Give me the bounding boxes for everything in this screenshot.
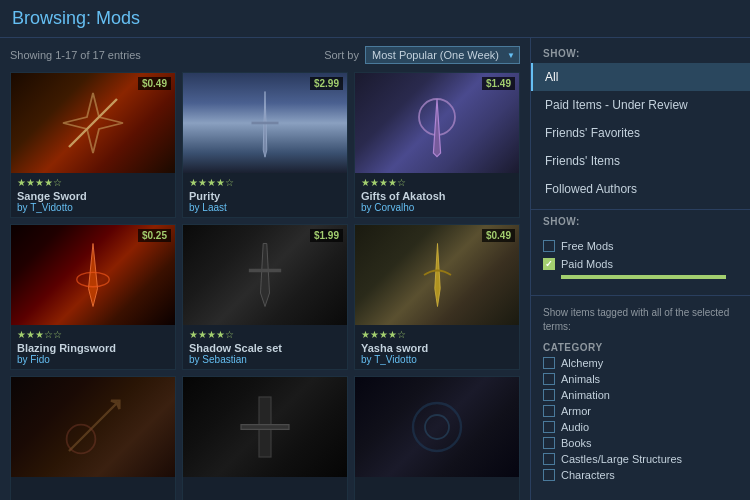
category-checkbox[interactable] bbox=[543, 389, 555, 401]
mod-card-bottom2[interactable] bbox=[182, 376, 348, 500]
mod-thumb: $1.49 bbox=[355, 73, 519, 173]
mod-name: Shadow Scale set bbox=[189, 342, 341, 354]
sort-wrapper: Most Popular (One Week) Most Popular (Al… bbox=[365, 46, 520, 64]
price-badge: $1.49 bbox=[482, 77, 515, 90]
category-checkbox[interactable] bbox=[543, 453, 555, 465]
mod-info: ★★★★☆ Shadow Scale set by Sebastian bbox=[183, 325, 347, 369]
mod-artwork bbox=[27, 387, 158, 467]
category-label-text: Armor bbox=[561, 405, 591, 417]
svg-point-9 bbox=[425, 415, 449, 439]
mod-author: by Corvalho bbox=[361, 202, 513, 213]
filter-all[interactable]: All bbox=[531, 63, 750, 91]
mod-artwork bbox=[27, 83, 158, 163]
mod-thumb bbox=[11, 377, 175, 477]
mod-stars: ★★★☆☆ bbox=[17, 329, 169, 340]
mod-artwork bbox=[199, 83, 330, 163]
category-item-animals[interactable]: Animals bbox=[531, 371, 750, 387]
mods-grid: $0.49 ★★★★☆ Sange Sword by T_Vidotto $2.… bbox=[10, 72, 520, 500]
mod-artwork bbox=[199, 387, 330, 467]
mod-thumb: $1.99 bbox=[183, 225, 347, 325]
mod-artwork bbox=[371, 83, 502, 163]
mod-author: by Sebastian bbox=[189, 354, 341, 365]
page-title: Browsing: Mods bbox=[12, 8, 140, 28]
mod-info: ★★★★☆ Sange Sword by T_Vidotto bbox=[11, 173, 175, 217]
mod-thumb: $2.99 bbox=[183, 73, 347, 173]
mod-stars: ★★★★☆ bbox=[361, 177, 513, 188]
category-item-armor[interactable]: Armor bbox=[531, 403, 750, 419]
category-checkbox[interactable] bbox=[543, 357, 555, 369]
filter-paid-review[interactable]: Paid Items - Under Review bbox=[531, 91, 750, 119]
mod-card-shadow[interactable]: $1.99 ★★★★☆ Shadow Scale set by Sebastia… bbox=[182, 224, 348, 370]
category-label-text: Audio bbox=[561, 421, 589, 433]
category-label-text: Characters bbox=[561, 469, 615, 481]
mod-stars: ★★★★☆ bbox=[361, 329, 513, 340]
sidebar: SHOW: All Paid Items - Under Review Frie… bbox=[530, 38, 750, 500]
mod-author: by T_Vidotto bbox=[361, 354, 513, 365]
svg-rect-7 bbox=[241, 425, 289, 430]
svg-point-8 bbox=[413, 403, 461, 451]
sort-select[interactable]: Most Popular (One Week) Most Popular (Al… bbox=[365, 46, 520, 64]
mod-stars: ★★★★☆ bbox=[189, 329, 341, 340]
mod-info: ★★★★☆ Gifts of Akatosh by Corvalho bbox=[355, 173, 519, 217]
show-items-text: Show items tagged with all of the select… bbox=[531, 302, 750, 338]
mod-info: ★★★★☆ Purity by Laast bbox=[183, 173, 347, 217]
mod-thumb: $0.25 bbox=[11, 225, 175, 325]
mod-name: Purity bbox=[189, 190, 341, 202]
mod-card-akatosh[interactable]: $1.49 ★★★★☆ Gifts of Akatosh by Corvalho bbox=[354, 72, 520, 218]
mod-stars: ★★★★☆ bbox=[189, 177, 341, 188]
mod-name: Gifts of Akatosh bbox=[361, 190, 513, 202]
category-checkbox[interactable] bbox=[543, 373, 555, 385]
price-badge: $0.25 bbox=[138, 229, 171, 242]
mod-name: Sange Sword bbox=[17, 190, 169, 202]
category-checkbox[interactable] bbox=[543, 437, 555, 449]
category-item-characters[interactable]: Characters bbox=[531, 467, 750, 483]
category-label-text: Alchemy bbox=[561, 357, 603, 369]
category-checkbox[interactable] bbox=[543, 469, 555, 481]
mod-card-bottom3[interactable] bbox=[354, 376, 520, 500]
mod-info: ★★★★☆ Yasha sword by T_Vidotto bbox=[355, 325, 519, 369]
mod-artwork bbox=[27, 235, 158, 315]
mod-card-purity[interactable]: $2.99 ★★★★☆ Purity by Laast bbox=[182, 72, 348, 218]
category-item-alchemy[interactable]: Alchemy bbox=[531, 355, 750, 371]
paid-mods-row[interactable]: ✓ Paid Mods bbox=[543, 255, 738, 273]
paid-mods-checkbox[interactable]: ✓ bbox=[543, 258, 555, 270]
free-mods-row[interactable]: Free Mods bbox=[543, 237, 738, 255]
show-label-2: SHOW: bbox=[531, 216, 750, 231]
category-item-animation[interactable]: Animation bbox=[531, 387, 750, 403]
category-label-text: Animation bbox=[561, 389, 610, 401]
filter-friends-items[interactable]: Friends' Items bbox=[531, 147, 750, 175]
mod-stars: ★★★★☆ bbox=[17, 177, 169, 188]
price-badge: $2.99 bbox=[310, 77, 343, 90]
category-label-text: Animals bbox=[561, 373, 600, 385]
mod-card-blazing[interactable]: $0.25 ★★★☆☆ Blazing Ringsword by Fido bbox=[10, 224, 176, 370]
mod-author: by Laast bbox=[189, 202, 341, 213]
svg-line-0 bbox=[69, 99, 117, 147]
mod-thumb: $0.49 bbox=[355, 225, 519, 325]
filter-friends-fav[interactable]: Friends' Favorites bbox=[531, 119, 750, 147]
filter-followed[interactable]: Followed Authors bbox=[531, 175, 750, 203]
entries-count: Showing 1-17 of 17 entries bbox=[10, 49, 141, 61]
category-label-text: Castles/Large Structures bbox=[561, 453, 682, 465]
category-label-text: Books bbox=[561, 437, 592, 449]
category-list: Alchemy Animals Animation Armor Audio Bo… bbox=[531, 355, 750, 483]
divider-2 bbox=[531, 295, 750, 296]
price-badge: $0.49 bbox=[482, 229, 515, 242]
mod-thumb bbox=[183, 377, 347, 477]
mod-name: Yasha sword bbox=[361, 342, 513, 354]
category-item-castles-large-structures[interactable]: Castles/Large Structures bbox=[531, 451, 750, 467]
category-checkbox[interactable] bbox=[543, 421, 555, 433]
mod-artwork bbox=[371, 387, 502, 467]
mod-card-bottom1[interactable] bbox=[10, 376, 176, 500]
category-item-audio[interactable]: Audio bbox=[531, 419, 750, 435]
mod-card-yasha[interactable]: $0.49 ★★★★☆ Yasha sword by T_Vidotto bbox=[354, 224, 520, 370]
price-badge: $1.99 bbox=[310, 229, 343, 242]
category-item-books[interactable]: Books bbox=[531, 435, 750, 451]
paid-mods-bar bbox=[561, 275, 726, 279]
price-badge: $0.49 bbox=[138, 77, 171, 90]
show-label: SHOW: bbox=[531, 48, 750, 63]
category-checkbox[interactable] bbox=[543, 405, 555, 417]
free-mods-label: Free Mods bbox=[561, 240, 614, 252]
free-mods-checkbox[interactable] bbox=[543, 240, 555, 252]
mod-card-sange[interactable]: $0.49 ★★★★☆ Sange Sword by T_Vidotto bbox=[10, 72, 176, 218]
sort-label: Sort by bbox=[324, 49, 359, 61]
